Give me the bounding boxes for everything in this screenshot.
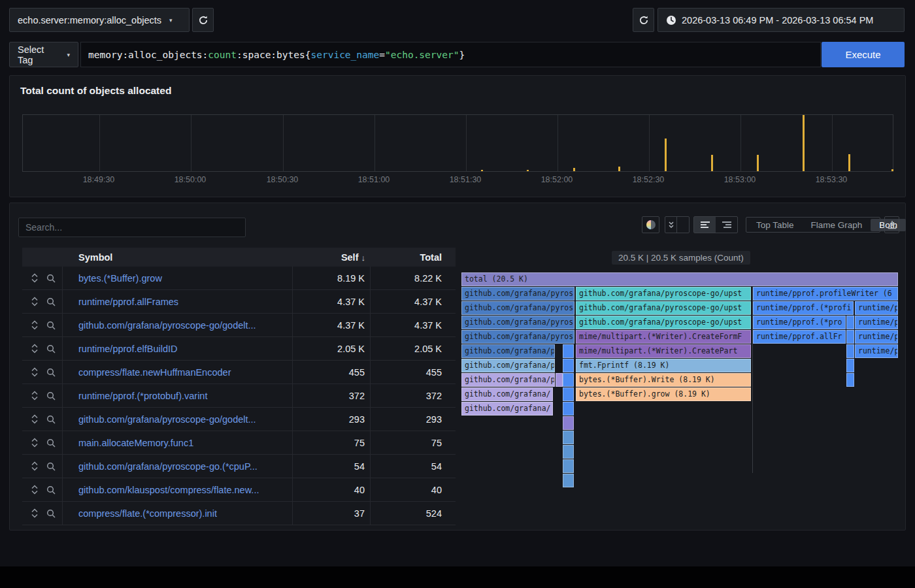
flame-bar[interactable] <box>563 402 574 416</box>
flame-bar[interactable]: github.com/grafana/ <box>461 387 553 401</box>
symbol-link[interactable]: github.com/grafana/pyroscope-go.(*cpuP..… <box>63 455 293 478</box>
align-left-button[interactable] <box>694 217 716 233</box>
symbol-link[interactable]: compress/flate.newHuffmanEncoder <box>63 361 293 384</box>
flame-bar[interactable] <box>846 359 854 372</box>
timeline-bar[interactable] <box>573 168 575 171</box>
app-selector-dropdown[interactable]: echo.server:memory:alloc_objects ▾ <box>9 8 190 32</box>
focus-button[interactable] <box>46 508 56 519</box>
timeline-bar[interactable] <box>481 170 483 171</box>
column-header-self[interactable]: Self ↓ <box>293 252 371 263</box>
flame-bar[interactable] <box>563 431 574 444</box>
unfold-button[interactable] <box>29 343 40 354</box>
timeline-bar[interactable] <box>848 154 850 171</box>
flame-bar[interactable]: runtime/p <box>855 301 898 315</box>
unfold-button[interactable] <box>29 437 40 448</box>
flame-bar[interactable]: github.com/grafana/pyros <box>461 330 574 344</box>
flame-bar[interactable]: mime/multipart.(*Writer).CreatePart <box>576 344 751 358</box>
select-tag-dropdown[interactable]: Select Tag ▾ <box>9 42 78 67</box>
flame-bar[interactable]: github.com/grafana/pyros <box>461 301 574 315</box>
flame-bar[interactable] <box>563 474 574 487</box>
symbol-link[interactable]: runtime/pprof.elfBuildID <box>63 337 293 360</box>
time-range-picker[interactable]: 2026-03-13 06:49 PM - 2026-03-13 06:54 P… <box>657 8 905 32</box>
flame-bar[interactable]: bytes.(*Buffer).grow (8.19 K) <box>576 387 751 401</box>
flame-bar[interactable]: runtime/pprof.allFr <box>753 330 846 344</box>
unfold-button[interactable] <box>29 484 40 495</box>
symbol-link[interactable]: runtime/pprof.allFrames <box>63 290 293 313</box>
symbol-link[interactable]: github.com/grafana/pyroscope-go/godelt..… <box>63 314 293 336</box>
symbol-link[interactable]: bytes.(*Buffer).grow <box>63 267 293 289</box>
focus-button[interactable] <box>46 367 56 378</box>
focus-button[interactable] <box>46 414 56 425</box>
flame-bar[interactable]: runtime/p <box>855 344 898 358</box>
focus-button[interactable] <box>46 391 56 401</box>
focus-button[interactable] <box>46 461 56 472</box>
flame-bar[interactable]: github.com/grafana/ <box>461 402 553 416</box>
flame-bar[interactable] <box>846 344 854 358</box>
unfold-button[interactable] <box>29 461 40 472</box>
view-option-flame-graph[interactable]: Flame Graph <box>803 219 871 231</box>
symbol-link[interactable]: compress/flate.(*compressor).init <box>63 502 293 525</box>
timeline-plot[interactable] <box>22 114 893 172</box>
symbol-link[interactable]: github.com/grafana/pyroscope-go/godelt..… <box>63 408 293 431</box>
flame-bar[interactable]: fmt.Fprintf (8.19 K) <box>576 359 751 372</box>
table-row[interactable]: github.com/grafana/pyroscope-go/godelt..… <box>22 314 456 337</box>
flame-bar[interactable] <box>846 373 854 387</box>
focus-button[interactable] <box>46 297 56 307</box>
timeline-bar[interactable] <box>757 155 759 171</box>
flame-bar[interactable]: github.com/grafana/pyroscope-go/upst <box>576 301 751 315</box>
table-row[interactable]: compress/flate.newHuffmanEncoder455455 <box>22 361 456 384</box>
flame-bar[interactable] <box>846 316 854 329</box>
unfold-button[interactable] <box>29 367 40 378</box>
flame-bar[interactable]: github.com/grafana/p <box>461 373 555 387</box>
focus-button[interactable] <box>46 273 56 284</box>
table-row[interactable]: github.com/grafana/pyroscope-go/godelt..… <box>22 408 456 431</box>
flame-bar[interactable] <box>556 373 563 387</box>
flame-bar[interactable] <box>563 344 574 358</box>
table-row[interactable]: runtime/pprof.(*protobuf).varint372372 <box>22 384 456 408</box>
column-header-total[interactable]: Total <box>371 252 456 263</box>
flame-bar[interactable]: runtime/p <box>855 316 898 329</box>
timerange-refresh-button[interactable] <box>633 8 654 32</box>
unfold-button[interactable] <box>29 319 40 331</box>
flame-bar[interactable]: github.com/grafana/pyroscope-go/upst <box>576 287 751 301</box>
timeline-bar[interactable] <box>803 115 805 171</box>
collapse-all-button[interactable] <box>665 217 677 233</box>
timeline-bar[interactable] <box>891 169 893 171</box>
flame-bar[interactable]: runtime/pprof.(*profi <box>753 301 854 315</box>
app-refresh-button[interactable] <box>192 8 214 32</box>
flame-bar[interactable]: runtime/pprof.(*pro <box>753 316 846 329</box>
expand-all-button[interactable] <box>677 217 689 233</box>
flame-bar[interactable]: github.com/grafana/pyros <box>461 316 574 329</box>
flame-bar[interactable] <box>563 445 574 459</box>
query-input[interactable]: memory:alloc_objects:count:space:bytes{s… <box>80 42 821 67</box>
table-row[interactable]: runtime/pprof.elfBuildID2.05 K2.05 K <box>22 337 456 361</box>
flame-bar[interactable]: mime/multipart.(*Writer).CreateFormF <box>576 330 751 344</box>
unfold-button[interactable] <box>29 296 40 307</box>
flame-bar[interactable] <box>563 459 574 473</box>
focus-button[interactable] <box>46 438 56 448</box>
symbol-link[interactable]: main.allocateMemory.func1 <box>63 431 293 454</box>
unfold-button[interactable] <box>29 390 40 401</box>
flame-bar[interactable]: runtime/pprof.profileWriter (6 <box>753 287 898 301</box>
symbol-link[interactable]: runtime/pprof.(*protobuf).varint <box>63 384 293 407</box>
execute-button[interactable]: Execute <box>822 42 905 67</box>
focus-button[interactable] <box>46 485 56 495</box>
flame-bar[interactable] <box>846 330 854 344</box>
export-button[interactable] <box>884 216 899 233</box>
timeline-bar[interactable] <box>711 155 713 171</box>
flame-bar[interactable]: github.com/grafana/pyroscope-go/upst <box>576 316 751 329</box>
flame-bar[interactable]: runtime/p <box>855 330 898 344</box>
flame-bar[interactable] <box>563 359 574 372</box>
flame-bar[interactable] <box>563 416 574 430</box>
unfold-button[interactable] <box>29 272 40 284</box>
table-row[interactable]: main.allocateMemory.func17575 <box>22 431 456 455</box>
symbol-link[interactable]: github.com/klauspost/compress/flate.new.… <box>63 478 293 501</box>
unfold-button[interactable] <box>29 508 40 519</box>
table-row[interactable]: runtime/pprof.allFrames4.37 K4.37 K <box>22 290 456 314</box>
flame-bar[interactable]: total (20.5 K) <box>461 272 898 286</box>
table-row[interactable]: bytes.(*Buffer).grow8.19 K8.22 K <box>22 267 456 290</box>
flame-bar[interactable]: github.com/grafana/pyros <box>461 287 574 301</box>
timeline-bar[interactable] <box>665 139 667 171</box>
flame-bar[interactable] <box>563 373 574 387</box>
view-option-top-table[interactable]: Top Table <box>748 219 803 231</box>
